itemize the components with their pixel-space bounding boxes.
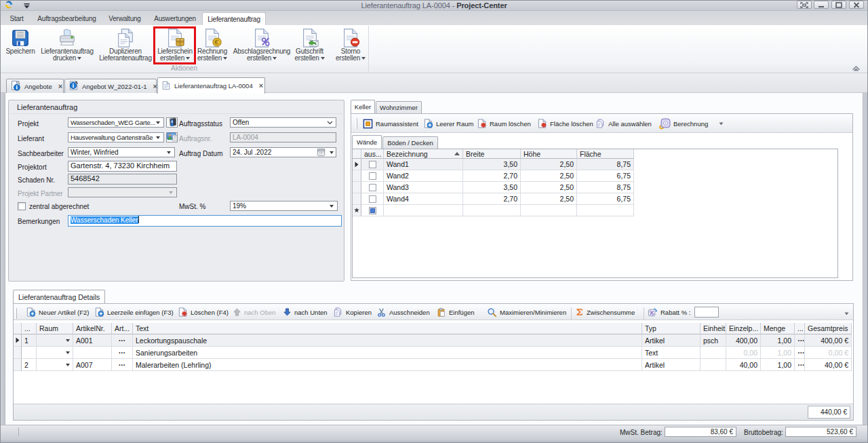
grid-cell[interactable] bbox=[701, 359, 726, 371]
document-tab-1[interactable]: Angebote × bbox=[6, 79, 64, 93]
grid-cell[interactable]: A001 bbox=[73, 334, 112, 347]
ribbon-tab-auftragsbearbeitung[interactable]: Auftragsbearbeitung bbox=[35, 12, 99, 25]
ribbon-tab-auswertungen[interactable]: Auswertungen bbox=[153, 12, 197, 25]
grid-cell[interactable]: Text bbox=[642, 347, 701, 359]
ribbon-collapse-icon[interactable] bbox=[852, 64, 861, 72]
room-tab-keller[interactable]: Keller bbox=[351, 100, 375, 113]
grid-cell[interactable]: Artikel bbox=[642, 359, 701, 371]
zentral-abgerechnet-checkbox[interactable] bbox=[18, 202, 26, 210]
grid-cell[interactable]: Wand3 bbox=[384, 182, 463, 193]
toolbar-button-4[interactable]: Alle auswählen bbox=[595, 116, 652, 131]
ellipsis-button[interactable]: … bbox=[797, 347, 805, 355]
grid-cell[interactable]: Wand2 bbox=[384, 170, 463, 182]
grid-cell[interactable] bbox=[577, 205, 634, 216]
grid-cell[interactable]: 2,70 bbox=[463, 170, 521, 182]
grid-cell[interactable]: 2,50 bbox=[521, 159, 577, 170]
grid-cell[interactable]: 2,50 bbox=[521, 193, 577, 205]
grid-cell[interactable]: 1 bbox=[22, 334, 37, 347]
mwst-combo[interactable]: 19% bbox=[230, 201, 338, 211]
ellipsis-button[interactable]: … bbox=[119, 347, 126, 355]
ellipsis-button[interactable]: … bbox=[797, 359, 805, 367]
grid-cell[interactable] bbox=[463, 205, 521, 216]
column-header[interactable]: Bezeichnung bbox=[384, 149, 463, 159]
grid-cell[interactable]: 8,75 bbox=[577, 182, 634, 193]
grid-cell[interactable]: 400,00 € bbox=[805, 334, 852, 347]
details-tab[interactable]: Lieferantenauftrag Details bbox=[13, 290, 105, 303]
combo-arrow-icon[interactable] bbox=[66, 351, 70, 354]
column-header[interactable]: Fläche bbox=[577, 149, 634, 159]
column-header[interactable]: Einzelp... bbox=[726, 323, 761, 334]
toolbar-button-5[interactable]: Kopieren bbox=[333, 305, 372, 319]
surface-tab-0[interactable]: Wände bbox=[352, 135, 382, 149]
ribbon-button-duplicate[interactable]: DuplizierenLieferantenauftrag bbox=[98, 27, 153, 66]
fullscreen-button[interactable] bbox=[797, 1, 812, 9]
surface-tab-1[interactable]: Böden / Decken bbox=[382, 136, 438, 149]
toolbar-button-0[interactable]: Raumassistent bbox=[363, 116, 418, 131]
grid-cell[interactable]: 2,70 bbox=[463, 193, 521, 205]
ribbon-button-print[interactable]: Lieferantenauftragdrucken bbox=[38, 27, 96, 66]
grid-cell[interactable] bbox=[37, 359, 73, 371]
toolbar-overflow-icon[interactable] bbox=[842, 307, 851, 320]
column-header[interactable]: Gesamtpreis bbox=[805, 323, 852, 334]
maximize-button[interactable] bbox=[831, 1, 846, 9]
grid-cell[interactable] bbox=[37, 334, 73, 347]
grid-cell[interactable]: 3,50 bbox=[463, 159, 521, 170]
grid-cell[interactable]: Wand4 bbox=[384, 193, 463, 205]
grid-cell[interactable]: 0,00 € bbox=[805, 347, 852, 359]
grid-cell[interactable]: 0,00 bbox=[726, 347, 761, 359]
auftragsstatus-combo[interactable]: Offen bbox=[230, 117, 336, 128]
grid-cell[interactable]: … bbox=[112, 359, 133, 371]
grid-cell[interactable] bbox=[22, 347, 37, 359]
projekt-combo[interactable]: Wasserschaden_WEG Garte... bbox=[68, 117, 164, 128]
ellipsis-button[interactable]: … bbox=[119, 334, 126, 343]
sachbearbeiter-combo[interactable]: Winter, Winfried bbox=[68, 147, 175, 157]
minimize-button[interactable] bbox=[814, 1, 829, 9]
column-header[interactable]: Text bbox=[133, 323, 642, 334]
ribbon-tab-start[interactable]: Start bbox=[4, 12, 29, 25]
toolbar-button-2[interactable]: Raum löschen bbox=[477, 116, 531, 131]
grid-cell[interactable]: 6,75 bbox=[577, 193, 634, 205]
grid-cell[interactable]: 40,00 bbox=[726, 359, 761, 371]
toolbar-button-3[interactable]: Fläche löschen bbox=[537, 116, 593, 131]
projektort-input[interactable]: Gartenstr. 4, 73230 Kirchheim bbox=[68, 161, 177, 172]
column-header[interactable]: Art... bbox=[112, 323, 133, 334]
grid-cell[interactable]: Leckortungspauschale bbox=[133, 334, 642, 347]
grid-cell[interactable]: psch bbox=[701, 334, 726, 347]
toolbar-button-7[interactable]: Einfügen bbox=[437, 305, 475, 319]
column-header[interactable]: Einheit bbox=[701, 323, 726, 334]
ribbon-button-storno[interactable]: Stornoerstellen bbox=[332, 27, 370, 66]
toolbar-button-6[interactable]: Ausschneiden bbox=[376, 305, 430, 319]
checkbox-icon[interactable] bbox=[369, 195, 376, 203]
grid-cell[interactable] bbox=[521, 205, 577, 216]
column-header[interactable]: ... bbox=[22, 323, 37, 334]
toolbar-button-1[interactable]: Leerer Raum bbox=[423, 116, 473, 131]
grid-cell[interactable]: 8,75 bbox=[577, 159, 634, 170]
checkbox-icon[interactable] bbox=[369, 161, 376, 168]
grid-cell[interactable]: A007 bbox=[73, 359, 112, 371]
checkbox-icon[interactable] bbox=[369, 172, 376, 180]
grid-cell[interactable]: … bbox=[112, 334, 133, 347]
projekt-browse-button[interactable] bbox=[166, 117, 178, 128]
toolbar-overflow-icon[interactable] bbox=[717, 117, 726, 130]
column-header[interactable]: Menge bbox=[761, 323, 795, 334]
grid-cell[interactable]: Wand1 bbox=[384, 159, 463, 170]
combo-arrow-icon[interactable] bbox=[66, 364, 70, 366]
grid-cell[interactable]: 2 bbox=[22, 359, 37, 371]
grid-cell[interactable]: … bbox=[795, 334, 805, 347]
grid-cell[interactable]: 2,50 bbox=[521, 182, 577, 193]
auftrag-datum-field[interactable]: 24. Jul .2022 bbox=[230, 147, 336, 157]
toolbar-button-3[interactable]: nach Oben bbox=[233, 305, 275, 319]
grid-cell[interactable]: Malerarbeiten (Lehrling) bbox=[133, 359, 642, 371]
tab-close-icon[interactable]: × bbox=[58, 83, 62, 90]
grid-cell[interactable]: Artikel bbox=[642, 334, 701, 347]
ribbon-button-gutschrift[interactable]: Gutschrifterstellen bbox=[292, 27, 328, 66]
grid-cell[interactable]: 1,00 bbox=[761, 334, 795, 347]
column-header[interactable]: ArtikelNr. bbox=[73, 323, 112, 334]
ribbon-button-abschlag[interactable]: Abschlagsrechnungerstellen bbox=[233, 27, 291, 66]
toolbar-grip[interactable] bbox=[15, 308, 17, 319]
grid-cell[interactable]: Sanierungsarbeiten bbox=[133, 347, 642, 359]
checkbox-newrow-icon[interactable] bbox=[369, 207, 376, 214]
grid-cell[interactable]: 40,00 € bbox=[805, 359, 852, 371]
column-header[interactable]: ... bbox=[795, 323, 805, 334]
grid-cell[interactable]: … bbox=[112, 347, 133, 359]
